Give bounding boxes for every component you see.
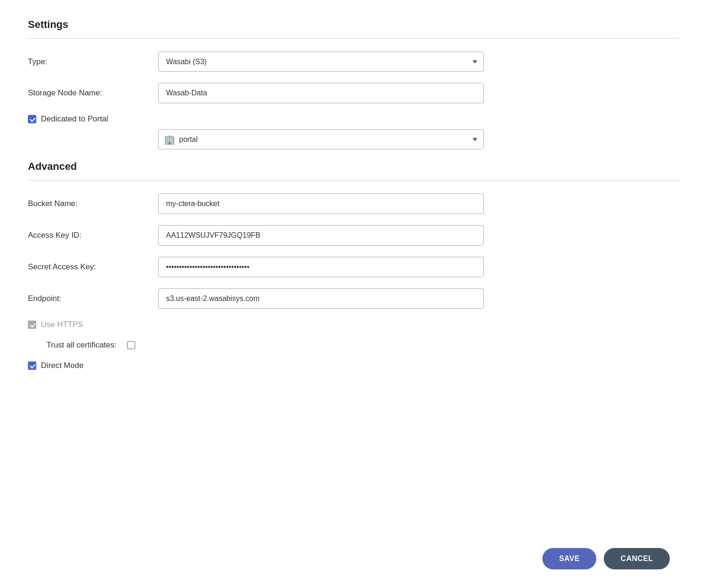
type-select-wrapper: Wasabi (S3) Amazon S3 Azure Blob Google … xyxy=(158,52,484,72)
secret-access-key-wrapper xyxy=(158,257,484,277)
storage-node-name-label: Storage Node Name: xyxy=(28,88,158,98)
save-button[interactable]: SAVE xyxy=(542,548,596,569)
settings-title: Settings xyxy=(28,19,679,31)
dedicated-to-portal-row: Dedicated to Portal 🏢 portal xyxy=(28,114,679,149)
advanced-title: Advanced xyxy=(28,160,679,173)
secret-access-key-label: Secret Access Key: xyxy=(28,262,158,272)
portal-select-wrapper: 🏢 portal xyxy=(158,129,484,149)
access-key-id-input[interactable] xyxy=(158,225,484,246)
endpoint-input[interactable] xyxy=(158,288,484,309)
settings-section: Settings Type: Wasabi (S3) Amazon S3 Azu… xyxy=(28,19,679,149)
dedicated-to-portal-label: Dedicated to Portal xyxy=(41,114,108,124)
bucket-name-wrapper xyxy=(158,194,484,214)
access-key-id-row: Access Key ID: xyxy=(28,225,679,246)
bottom-actions: SAVE CANCEL xyxy=(542,548,670,569)
secret-access-key-row: Secret Access Key: xyxy=(28,257,679,277)
cancel-button[interactable]: CANCEL xyxy=(604,548,670,569)
dedicated-to-portal-checkbox[interactable] xyxy=(28,115,36,123)
storage-node-name-input[interactable] xyxy=(158,83,484,103)
type-select[interactable]: Wasabi (S3) Amazon S3 Azure Blob Google … xyxy=(158,52,484,72)
bucket-name-input[interactable] xyxy=(158,194,484,214)
secret-access-key-input[interactable] xyxy=(158,257,484,277)
advanced-section: Advanced Bucket Name: Access Key ID: Sec… xyxy=(28,160,679,370)
trust-all-certs-checkbox[interactable] xyxy=(127,341,135,349)
advanced-divider xyxy=(28,180,679,180)
endpoint-label: Endpoint: xyxy=(28,294,158,303)
direct-mode-label: Direct Mode xyxy=(41,361,84,370)
direct-mode-checkbox[interactable] xyxy=(28,361,36,370)
access-key-id-label: Access Key ID: xyxy=(28,231,158,240)
storage-node-name-wrapper xyxy=(158,83,484,103)
endpoint-row: Endpoint: xyxy=(28,288,679,309)
storage-node-name-row: Storage Node Name: xyxy=(28,83,679,103)
use-https-label: Use HTTPS xyxy=(41,320,83,329)
type-row: Type: Wasabi (S3) Amazon S3 Azure Blob G… xyxy=(28,52,679,72)
bucket-name-row: Bucket Name: xyxy=(28,194,679,214)
trust-all-certs-row: Trust all certificates: xyxy=(47,341,679,350)
access-key-id-wrapper xyxy=(158,225,484,246)
use-https-row: Use HTTPS xyxy=(28,320,679,329)
direct-mode-row: Direct Mode xyxy=(28,361,679,370)
portal-select[interactable]: portal xyxy=(158,129,484,149)
type-label: Type: xyxy=(28,57,158,67)
settings-divider xyxy=(28,38,679,39)
endpoint-wrapper xyxy=(158,288,484,309)
use-https-checkbox xyxy=(28,321,36,329)
settings-dialog: Settings Type: Wasabi (S3) Amazon S3 Azu… xyxy=(28,19,679,381)
trust-all-certs-label: Trust all certificates: xyxy=(47,341,117,350)
bucket-name-label: Bucket Name: xyxy=(28,199,158,208)
